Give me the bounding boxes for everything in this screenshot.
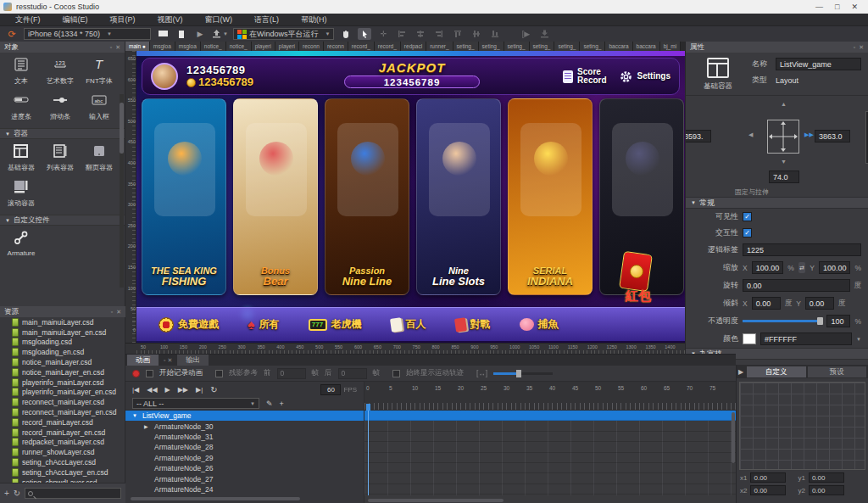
add-resource-button[interactable]: + (4, 489, 9, 498)
color-swatch[interactable] (743, 333, 756, 344)
menu-item[interactable]: 视图(V) (147, 14, 193, 26)
anchor-box[interactable] (767, 120, 799, 154)
after-frames-input[interactable]: 0 (338, 368, 367, 379)
timeline-zoom-slider[interactable] (493, 372, 553, 375)
track-row[interactable] (364, 453, 736, 463)
close-panel-icon[interactable]: ✕ (116, 309, 121, 316)
resource-file-item[interactable]: msgloading.csd (0, 338, 124, 348)
portrait-phone-icon[interactable] (175, 28, 188, 40)
edit-animation-icon[interactable]: ✎ (266, 400, 273, 408)
document-tab[interactable]: playeri (275, 42, 299, 51)
resource-file-item[interactable]: playerinfo_mainLayer.csd (0, 377, 124, 388)
rotate-input[interactable]: 0.00 (743, 279, 850, 292)
resource-file-item[interactable]: seting_chAccLayer.csd (0, 457, 124, 467)
object-section-header[interactable]: ▼容器 (0, 128, 125, 139)
float-panel-icon[interactable]: ▫ (854, 44, 855, 51)
refresh-icon[interactable]: ⟳ (5, 28, 19, 40)
document-tab[interactable]: seting_ (479, 42, 504, 51)
nav-item[interactable]: 免費遊戲 (159, 317, 219, 333)
document-tab[interactable]: seting_ (580, 42, 605, 51)
align-top-icon[interactable] (451, 28, 465, 40)
resource-file-item[interactable]: record_mainLayer_en.csd (0, 428, 124, 438)
nav-item[interactable]: ♠所有 (248, 317, 280, 333)
move-anchor-icon[interactable]: ✛ (376, 28, 390, 40)
tab-custom-curve[interactable]: 自定义 (747, 366, 805, 377)
play-curve-icon[interactable]: ▶ (738, 368, 743, 376)
interactive-checkbox[interactable]: ✓ (743, 228, 752, 238)
arrow-left-icon[interactable]: ◀ (748, 131, 753, 138)
align-bottom-icon[interactable] (488, 28, 502, 40)
menu-item[interactable]: 帮助(H) (291, 14, 337, 26)
x2-input[interactable]: 0.00 (750, 485, 786, 495)
prev-frame-button[interactable]: ◀◀ (147, 386, 157, 394)
align-right-icon[interactable] (432, 28, 446, 40)
node-row[interactable]: ArmatureNode_31 (125, 432, 364, 442)
resource-file-item[interactable]: seting_chAccLayer_en.csd (0, 467, 124, 478)
document-tab[interactable]: seting_ (530, 42, 555, 51)
scale-link-icon[interactable]: ⇄ (798, 262, 805, 273)
document-tab[interactable]: notice_ (226, 42, 252, 51)
timeline-ruler[interactable]: 051015202530354045505560657075 (364, 382, 736, 411)
select-tool-icon[interactable] (358, 28, 371, 40)
position-bottom-input[interactable]: 74.0 (769, 170, 799, 183)
platform-select[interactable]: 在Windows平台运行▼ (233, 28, 334, 40)
resource-file-item[interactable]: playerinfo_mainLayer_en.csd (0, 388, 124, 398)
document-tab[interactable]: record_ (375, 42, 401, 51)
visible-checkbox[interactable]: ✓ (743, 212, 752, 221)
node-row[interactable]: ArmatureNode_29 (125, 453, 364, 463)
document-tab[interactable]: seting_ (554, 42, 580, 51)
score-record-button[interactable]: ScoreRecord (563, 68, 606, 85)
position-right-input[interactable]: 3863.0 (815, 130, 850, 143)
timeline-area[interactable]: 051015202530354045505560657075 (364, 382, 736, 503)
track-row[interactable] (364, 411, 736, 421)
resource-file-item[interactable]: redpacket_mainLayer.csd (0, 438, 124, 448)
next-frame-button[interactable]: ▶▶ (178, 386, 188, 394)
x1-input[interactable]: 0.00 (750, 472, 786, 483)
tag-input[interactable]: 1225 (743, 243, 861, 256)
document-tab[interactable]: reconn (299, 42, 324, 51)
loop-button[interactable]: ↻ (210, 385, 217, 394)
fps-input[interactable]: 60 (320, 384, 341, 395)
arrow-right-icon[interactable]: ▶▶ (804, 131, 814, 138)
y2-input[interactable]: 0.00 (809, 485, 844, 495)
float-panel-icon[interactable]: ▫ (111, 309, 113, 316)
object-item-fnt[interactable]: TFNT字体 (80, 55, 119, 91)
document-tab[interactable]: bj_mi (660, 42, 682, 51)
scale-y-input[interactable]: 100.00 (819, 261, 851, 274)
game-card[interactable]: PassionNine Line (325, 98, 409, 295)
node-row[interactable]: ArmatureNode_26 (125, 463, 364, 473)
resource-file-item[interactable]: reconnect_mainLayer.csd (0, 397, 124, 407)
arrow-down-icon[interactable]: ▼ (781, 159, 787, 165)
arrow-up-icon[interactable]: ▲ (781, 101, 787, 107)
record-animation-checkbox[interactable] (146, 370, 153, 377)
tab-output[interactable]: 输出 (177, 355, 209, 366)
object-item-armature[interactable]: Armature (2, 228, 41, 264)
name-input[interactable]: ListView_game (776, 58, 861, 70)
onion-skin-checkbox[interactable] (215, 370, 223, 377)
skew-x-input[interactable]: 0.00 (752, 297, 781, 310)
general-section-header[interactable]: ▼ 常规 (686, 197, 868, 209)
nav-item[interactable]: 捕魚 (520, 317, 559, 332)
settings-button[interactable]: Settings (619, 70, 670, 84)
resource-file-item[interactable]: main_mainuiLayer.csd (0, 317, 124, 327)
menu-item[interactable]: 文件(F) (5, 14, 51, 26)
resource-file-item[interactable]: main_mainuiLayer_en.csd (0, 327, 124, 338)
timeline-tracks[interactable] (364, 411, 736, 495)
resource-file-item[interactable]: notice_mainLayer_en.csd (0, 367, 124, 377)
track-row[interactable] (364, 432, 736, 442)
track-row[interactable] (364, 473, 736, 483)
nav-item[interactable]: 對戰 (455, 317, 491, 332)
resource-file-item[interactable]: runner_showLayer.csd (0, 447, 124, 457)
document-tab[interactable]: playeri (252, 42, 275, 51)
skew-y-input[interactable]: 0.00 (805, 297, 834, 310)
document-tab[interactable]: seting_ (504, 42, 530, 51)
red-packet-badge[interactable]: 紅包 (616, 253, 660, 305)
node-row[interactable]: ArmatureNode_28 (125, 442, 364, 452)
node-row[interactable]: ArmatureNode_27 (125, 473, 364, 483)
menu-item[interactable]: 语言(L) (244, 14, 289, 26)
align-middle-icon[interactable] (470, 28, 483, 40)
maximize-button[interactable]: □ (835, 3, 839, 11)
timeline-vscrollbar[interactable] (732, 412, 735, 463)
chevron-down-icon[interactable]: ▼ (856, 337, 861, 342)
document-tab[interactable]: seting_ (453, 42, 479, 51)
